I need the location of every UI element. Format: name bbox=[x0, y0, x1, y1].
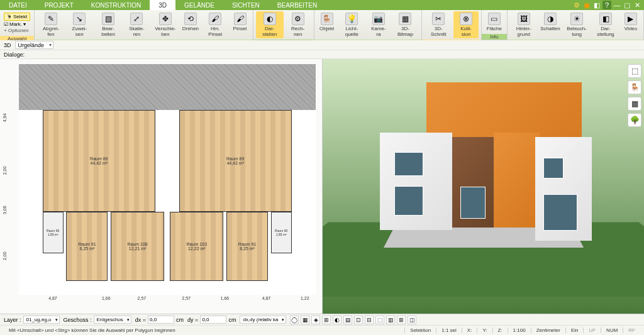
floorplan-canvas[interactable]: Raum 8944,42 m² Raum 8944,42 m² Raum 901… bbox=[19, 64, 316, 295]
close-icon[interactable]: ✕ bbox=[633, 1, 641, 9]
darstellung-button[interactable]: ◧Dar- stellung bbox=[592, 11, 619, 38]
geschoss-label: Geschoss : bbox=[64, 317, 92, 323]
room-90-right[interactable]: Raum 901,83 m² bbox=[271, 212, 292, 253]
geschoss-dropdown[interactable]: Erdgeschos bbox=[94, 316, 131, 324]
titlebar-icon-1[interactable]: ⚙ bbox=[572, 1, 581, 9]
dy-label: dy = bbox=[187, 317, 198, 323]
objekt-button[interactable]: 🪑Objekt bbox=[317, 11, 337, 33]
pinsel-button[interactable]: 🖌Pinsel bbox=[230, 11, 250, 33]
status-ein: Ein bbox=[565, 327, 584, 333]
floorplan-pane[interactable]: 4,94 2,00 3,06 2,00 Raum 8944,42 m² Raum… bbox=[0, 59, 323, 314]
coord-mode-dropdown[interactable]: dx,dy (relativ ka bbox=[240, 316, 286, 324]
layer-dropdown[interactable]: 01_ug,eg,o bbox=[23, 316, 60, 324]
skalieren-button[interactable]: ⤢Skalie- ren bbox=[123, 11, 150, 38]
maximize-icon[interactable]: ▢ bbox=[623, 1, 631, 9]
flaeche-button[interactable]: ▭Fläche bbox=[484, 11, 504, 33]
drehen-button[interactable]: ⟲Drehen bbox=[180, 11, 201, 33]
room-108[interactable]: Raum 10812,21 m² bbox=[111, 212, 164, 281]
status-x: X: bbox=[462, 327, 477, 333]
optionen-button[interactable]: + Optionen bbox=[4, 28, 30, 33]
shadow-icon: ◑ bbox=[544, 13, 557, 25]
group-info-label: Info bbox=[482, 34, 507, 40]
plants-tool[interactable]: 🌳 bbox=[628, 113, 641, 127]
mini-icon-3[interactable]: ◈ bbox=[311, 316, 320, 324]
mini-icon-4[interactable]: ⊞ bbox=[322, 316, 331, 324]
kamera-button[interactable]: 📷Kame- ra bbox=[367, 11, 390, 38]
menu-tab-datei[interactable]: DATEI bbox=[0, 0, 36, 10]
menu-tab-sichten[interactable]: SICHTEN bbox=[223, 0, 269, 10]
minimize-icon[interactable]: — bbox=[613, 1, 621, 9]
darstellen-button[interactable]: ◐Dar- stellen bbox=[256, 11, 284, 38]
background-icon: 🖼 bbox=[518, 13, 530, 25]
collision-icon: ⊗ bbox=[460, 13, 472, 25]
rechnen-button[interactable]: ⚙Rech- nen bbox=[285, 11, 311, 38]
furniture-tool[interactable]: 🪑 bbox=[628, 80, 641, 94]
mini-icon-8[interactable]: ⊟ bbox=[365, 316, 374, 324]
bearbeiten-button[interactable]: ▧Bear- beiten bbox=[94, 11, 122, 38]
orange-mid-block bbox=[494, 133, 540, 228]
status-scale: 1:1 sel bbox=[436, 327, 462, 333]
ribbon-toolbar: 🖱 Selekt ☑ Mark. ▾ + Optionen Auswahl ✎A… bbox=[0, 10, 644, 40]
room-89-right[interactable]: Raum 8944,42 m² bbox=[179, 110, 292, 211]
brown-block bbox=[452, 137, 494, 228]
3d-view-pane[interactable]: ⬚ 🪑 ▦ 🌳 bbox=[323, 59, 645, 314]
garage-area bbox=[19, 64, 316, 110]
room-90-left[interactable]: Raum 901,83 m² bbox=[43, 212, 64, 253]
layer-label: Layer : bbox=[4, 317, 21, 323]
mark-toggle[interactable]: ☑ Mark. ▾ bbox=[4, 21, 30, 28]
dropper-icon: ✎ bbox=[45, 13, 57, 25]
status-hint: Mit <Umschalt> und <Strg> können Sie die… bbox=[4, 327, 404, 333]
menu-tab-projekt[interactable]: PROJEKT bbox=[36, 0, 82, 10]
vertical-ruler: 4,94 2,00 3,06 2,00 bbox=[3, 64, 18, 295]
beleuchtung-button[interactable]: ☀Beleuch- tung bbox=[563, 11, 591, 38]
room-103[interactable]: Raum 10312,22 m² bbox=[170, 212, 223, 281]
layers-tool[interactable]: ⬚ bbox=[628, 64, 641, 78]
video-button[interactable]: ▶Video bbox=[621, 11, 641, 33]
mini-icon-1[interactable]: ◯ bbox=[290, 316, 299, 324]
schatten-button[interactable]: ◑Schatten bbox=[539, 11, 562, 33]
light-icon: 💡 bbox=[345, 13, 358, 25]
mini-icon-7[interactable]: ⊡ bbox=[354, 316, 363, 324]
hintergrund-button[interactable]: 🖼Hinter- grund bbox=[510, 11, 538, 38]
mini-icon-5[interactable]: ◐ bbox=[333, 316, 341, 324]
menu-tab-bearbeiten[interactable]: BEARBEITEN bbox=[269, 0, 326, 10]
mini-icon-11[interactable]: ⊞ bbox=[397, 316, 406, 324]
room-91-left[interactable]: Raum 918,25 m² bbox=[66, 212, 108, 281]
kollision-button[interactable]: ⊗Kolli- sion bbox=[453, 11, 479, 38]
hin-pinsel-button[interactable]: 🖌Hin. Pinsel bbox=[202, 11, 229, 38]
white-block-right bbox=[535, 137, 592, 241]
room-89-left[interactable]: Raum 8944,42 m² bbox=[43, 110, 155, 211]
mini-icon-12[interactable]: ◫ bbox=[408, 316, 416, 324]
mini-icon-2[interactable]: ▦ bbox=[301, 316, 309, 324]
menu-tab-gelaende[interactable]: GELÄNDE bbox=[175, 0, 223, 10]
render-icon: ◐ bbox=[264, 13, 276, 25]
mini-icon-6[interactable]: ▤ bbox=[343, 316, 352, 324]
room-91-right[interactable]: Raum 918,25 m² bbox=[226, 212, 268, 281]
status-scale2: 1:100 bbox=[508, 327, 531, 333]
dx-input[interactable] bbox=[148, 316, 174, 324]
menu-tab-3d[interactable]: 3D bbox=[150, 0, 175, 10]
mini-icon-9[interactable]: ⬚ bbox=[375, 316, 384, 324]
level-dropdown[interactable]: Urgelände bbox=[15, 41, 54, 49]
3d-bitmap-button[interactable]: ▦3D- Bitmap bbox=[392, 11, 419, 38]
materials-tool[interactable]: ▦ bbox=[628, 97, 641, 111]
area-icon: ▭ bbox=[488, 13, 501, 25]
dy-input[interactable] bbox=[200, 316, 226, 324]
abgreifen-button[interactable]: ✎Abgrei- fen bbox=[37, 11, 64, 38]
titlebar-icon-2[interactable]: ▣ bbox=[582, 1, 591, 9]
status-uf: UF bbox=[583, 327, 601, 333]
menu-tab-konstruktion[interactable]: KONSTRUKTION bbox=[82, 0, 150, 10]
3d-schnitt-button[interactable]: ✂3D- Schnitt bbox=[425, 11, 452, 38]
titlebar-icon-3[interactable]: ◧ bbox=[592, 1, 601, 9]
3d-building[interactable] bbox=[354, 72, 613, 288]
verschieben-button[interactable]: ✥Verschie- ben bbox=[152, 11, 179, 38]
help-icon[interactable]: ? bbox=[602, 1, 611, 9]
mini-icon-10[interactable]: ▥ bbox=[386, 316, 395, 324]
lichtquelle-button[interactable]: 💡Licht- quelle bbox=[338, 11, 366, 38]
video-icon: ▶ bbox=[625, 13, 637, 25]
zuweisen-button[interactable]: ↘Zuwei- sen bbox=[66, 11, 93, 38]
selekt-button[interactable]: 🖱 Selekt bbox=[4, 13, 30, 21]
edit-icon: ▧ bbox=[102, 13, 114, 25]
cut-icon: ✂ bbox=[432, 13, 445, 25]
dialoge-bar: Dialoge: bbox=[0, 50, 644, 59]
